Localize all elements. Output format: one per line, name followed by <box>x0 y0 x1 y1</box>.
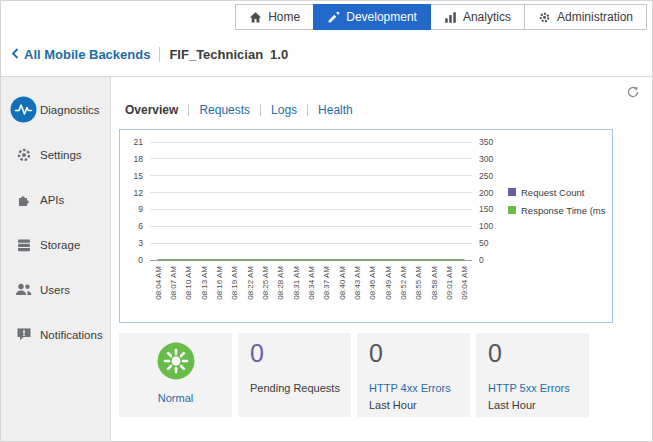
svg-text:08:43 AM: 08:43 AM <box>353 266 362 300</box>
svg-text:08:25 AM: 08:25 AM <box>261 266 270 300</box>
status-card: Normal <box>119 333 232 417</box>
nav-tab-administration[interactable]: Administration <box>524 4 647 30</box>
tab-separator <box>307 104 308 116</box>
refresh-icon[interactable] <box>626 85 640 103</box>
pulse-icon <box>7 96 40 123</box>
home-icon <box>249 11 262 24</box>
speech-bubble-icon <box>7 327 40 342</box>
nav-tab-label: Analytics <box>463 10 511 24</box>
pending-requests-label: Pending Requests <box>250 380 340 397</box>
tab-health[interactable]: Health <box>318 103 353 117</box>
puzzle-icon <box>7 192 40 208</box>
sidebar-item-label: Storage <box>40 239 80 251</box>
users-icon <box>7 282 40 297</box>
pencil-icon <box>327 11 340 24</box>
svg-text:100: 100 <box>479 221 493 231</box>
http-5xx-sublabel: Last Hour <box>488 397 570 414</box>
sidebar-item-notifications[interactable]: Notifications <box>1 312 110 357</box>
svg-text:21: 21 <box>134 137 144 147</box>
breadcrumb: All Mobile Backends FIF_Technician 1.0 <box>1 32 652 77</box>
svg-text:12: 12 <box>134 188 144 198</box>
app-window: Home Development Analytics Administratio… <box>0 0 653 442</box>
stack-icon <box>7 237 40 253</box>
http-5xx-value: 0 <box>476 333 589 368</box>
sidebar-item-label: Settings <box>40 149 82 161</box>
svg-text:18: 18 <box>134 154 144 164</box>
svg-text:09:04 AM: 09:04 AM <box>460 266 469 300</box>
http-5xx-errors-link[interactable]: HTTP 5xx Errors <box>488 380 570 397</box>
tab-overview[interactable]: Overview <box>125 103 178 117</box>
svg-text:08:16 AM: 08:16 AM <box>215 266 224 300</box>
svg-text:0: 0 <box>138 255 143 265</box>
sidebar: Diagnostics Settings APIs Storage <box>1 77 111 441</box>
svg-text:50: 50 <box>479 238 489 248</box>
svg-text:08:40 AM: 08:40 AM <box>338 266 347 300</box>
nav-tab-label: Development <box>346 10 417 24</box>
sidebar-item-label: Notifications <box>40 329 103 341</box>
svg-text:9: 9 <box>138 204 143 214</box>
svg-text:08:34 AM: 08:34 AM <box>307 266 316 300</box>
svg-text:08:52 AM: 08:52 AM <box>399 266 408 300</box>
nav-tab-analytics[interactable]: Analytics <box>430 4 525 30</box>
svg-text:Response Time (ms: Response Time (ms <box>521 205 606 216</box>
svg-text:250: 250 <box>479 171 493 181</box>
svg-text:200: 200 <box>479 188 493 198</box>
tab-separator <box>260 104 261 116</box>
svg-text:350: 350 <box>479 137 493 147</box>
bar-chart-icon <box>444 11 457 24</box>
tab-separator <box>188 104 189 116</box>
main-content: Overview Requests Logs Health 0035061009… <box>111 77 652 441</box>
svg-text:0: 0 <box>479 255 484 265</box>
svg-text:08:04 AM: 08:04 AM <box>154 266 163 300</box>
diagnostics-chart: 00350610091501220015250183002135008:04 A… <box>120 130 612 322</box>
svg-text:08:28 AM: 08:28 AM <box>276 266 285 300</box>
nav-tab-development[interactable]: Development <box>313 4 431 30</box>
svg-text:08:10 AM: 08:10 AM <box>184 266 193 300</box>
breadcrumb-back-link[interactable]: All Mobile Backends <box>24 47 150 62</box>
stat-cards: Normal 0 Pending Requests 0 HTTP 4xx Err… <box>119 333 589 417</box>
status-normal-icon <box>157 342 195 382</box>
svg-text:Request Count: Request Count <box>521 187 585 198</box>
status-label[interactable]: Normal <box>158 392 193 404</box>
pending-requests-card: 0 Pending Requests <box>238 333 351 417</box>
svg-text:08:49 AM: 08:49 AM <box>384 266 393 300</box>
svg-text:08:22 AM: 08:22 AM <box>246 266 255 300</box>
svg-text:08:46 AM: 08:46 AM <box>368 266 377 300</box>
http-4xx-errors-link[interactable]: HTTP 4xx Errors <box>369 380 451 397</box>
svg-text:08:55 AM: 08:55 AM <box>414 266 423 300</box>
svg-text:3: 3 <box>138 238 143 248</box>
svg-text:08:31 AM: 08:31 AM <box>292 266 301 300</box>
content-area: Diagnostics Settings APIs Storage <box>1 77 652 441</box>
backend-version: 1.0 <box>270 47 288 62</box>
top-nav: Home Development Analytics Administratio… <box>1 1 652 32</box>
gear-icon <box>538 11 551 24</box>
http-5xx-card: 0 HTTP 5xx Errors Last Hour <box>476 333 589 417</box>
backend-name: FIF_Technician <box>169 47 263 62</box>
sidebar-item-storage[interactable]: Storage <box>1 222 110 267</box>
http-4xx-sublabel: Last Hour <box>369 397 451 414</box>
sidebar-item-label: Diagnostics <box>40 104 99 116</box>
tab-logs[interactable]: Logs <box>271 103 297 117</box>
svg-text:300: 300 <box>479 154 493 164</box>
svg-text:08:58 AM: 08:58 AM <box>430 266 439 300</box>
sidebar-item-settings[interactable]: Settings <box>1 132 110 177</box>
gear-icon <box>7 147 40 163</box>
breadcrumb-separator <box>159 47 160 62</box>
sidebar-item-users[interactable]: Users <box>1 267 110 312</box>
sidebar-item-label: APIs <box>40 194 64 206</box>
http-4xx-value: 0 <box>357 333 470 368</box>
svg-text:08:19 AM: 08:19 AM <box>230 266 239 300</box>
tab-requests[interactable]: Requests <box>199 103 250 117</box>
sidebar-item-diagnostics[interactable]: Diagnostics <box>1 87 110 132</box>
diagnostics-chart-container: 00350610091501220015250183002135008:04 A… <box>119 129 613 323</box>
svg-text:08:37 AM: 08:37 AM <box>322 266 331 300</box>
svg-text:08:07 AM: 08:07 AM <box>169 266 178 300</box>
svg-text:15: 15 <box>134 171 144 181</box>
http-4xx-card: 0 HTTP 4xx Errors Last Hour <box>357 333 470 417</box>
overview-tabs: Overview Requests Logs Health <box>125 103 353 117</box>
nav-tab-home[interactable]: Home <box>235 4 314 30</box>
svg-text:150: 150 <box>479 204 493 214</box>
nav-tab-label: Administration <box>557 10 633 24</box>
sidebar-item-apis[interactable]: APIs <box>1 177 110 222</box>
sidebar-item-label: Users <box>40 284 70 296</box>
